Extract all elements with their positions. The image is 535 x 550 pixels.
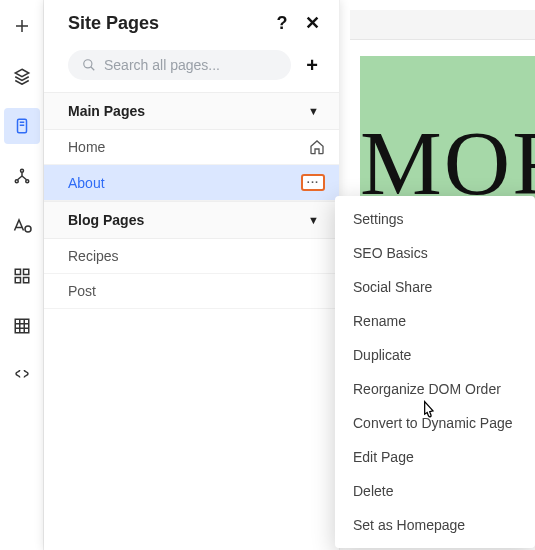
site-pages-panel: Site Pages ? ✕ + Main Pages ▼ Home — [44, 0, 340, 550]
app-root: Site Pages ? ✕ + Main Pages ▼ Home — [0, 0, 535, 550]
panel-title: Site Pages — [68, 13, 263, 34]
search-input[interactable] — [104, 57, 277, 73]
close-icon: ✕ — [305, 12, 320, 34]
rail-add[interactable] — [4, 8, 40, 44]
code-icon — [13, 367, 31, 385]
rail-connections[interactable] — [4, 158, 40, 194]
search-row: + — [44, 42, 339, 92]
styles-icon — [12, 217, 32, 235]
rail-code[interactable] — [4, 358, 40, 394]
panel-header: Site Pages ? ✕ — [44, 0, 339, 42]
menu-duplicate[interactable]: Duplicate — [335, 338, 535, 372]
pages-icon — [13, 117, 31, 135]
page-actions-button[interactable]: ··· — [301, 174, 325, 191]
menu-edit-page[interactable]: Edit Page — [335, 440, 535, 474]
page-label: Recipes — [68, 248, 119, 264]
help-button[interactable]: ? — [271, 12, 293, 34]
section-main-pages[interactable]: Main Pages ▼ — [44, 92, 339, 130]
help-icon: ? — [277, 13, 288, 34]
plus-icon: + — [306, 54, 318, 77]
svg-point-2 — [15, 180, 18, 183]
svg-rect-5 — [15, 269, 20, 274]
menu-delete[interactable]: Delete — [335, 474, 535, 508]
chevron-down-icon: ▼ — [308, 214, 319, 226]
left-rail — [0, 0, 44, 550]
grid-icon — [13, 317, 31, 335]
svg-rect-7 — [15, 278, 20, 283]
section-title: Blog Pages — [68, 212, 144, 228]
page-row-recipes[interactable]: Recipes — [44, 239, 339, 274]
page-label: About — [68, 175, 105, 191]
page-row-home[interactable]: Home — [44, 130, 339, 165]
svg-point-3 — [25, 180, 28, 183]
rail-pages[interactable] — [4, 108, 40, 144]
section-title: Main Pages — [68, 103, 145, 119]
rail-layers[interactable] — [4, 58, 40, 94]
svg-point-4 — [25, 226, 31, 232]
menu-seo-basics[interactable]: SEO Basics — [335, 236, 535, 270]
page-row-post[interactable]: Post — [44, 274, 339, 309]
chevron-down-icon: ▼ — [308, 105, 319, 117]
svg-point-1 — [20, 169, 23, 172]
rail-apps[interactable] — [4, 258, 40, 294]
apps-icon — [13, 267, 31, 285]
svg-rect-8 — [23, 278, 28, 283]
rail-grid[interactable] — [4, 308, 40, 344]
add-icon — [13, 17, 31, 35]
search-box[interactable] — [68, 50, 291, 80]
page-label: Post — [68, 283, 96, 299]
svg-point-10 — [84, 60, 92, 68]
search-icon — [82, 58, 96, 72]
section-blog-pages[interactable]: Blog Pages ▼ — [44, 201, 339, 239]
add-page-button[interactable]: + — [301, 54, 323, 76]
close-panel-button[interactable]: ✕ — [301, 12, 323, 34]
menu-convert-dynamic[interactable]: Convert to Dynamic Page — [335, 406, 535, 440]
home-icon — [309, 139, 325, 155]
more-icon: ··· — [301, 174, 325, 191]
page-row-about[interactable]: About ··· — [44, 165, 339, 201]
rail-styles[interactable] — [4, 208, 40, 244]
menu-reorganize-dom[interactable]: Reorganize DOM Order — [335, 372, 535, 406]
page-label: Home — [68, 139, 105, 155]
svg-rect-9 — [15, 319, 29, 333]
menu-set-homepage[interactable]: Set as Homepage — [335, 508, 535, 542]
canvas-topbar — [350, 10, 535, 40]
menu-social-share[interactable]: Social Share — [335, 270, 535, 304]
page-context-menu: Settings SEO Basics Social Share Rename … — [335, 196, 535, 548]
layers-icon — [13, 67, 31, 85]
connections-icon — [13, 167, 31, 185]
menu-settings[interactable]: Settings — [335, 202, 535, 236]
svg-rect-6 — [23, 269, 28, 274]
menu-rename[interactable]: Rename — [335, 304, 535, 338]
